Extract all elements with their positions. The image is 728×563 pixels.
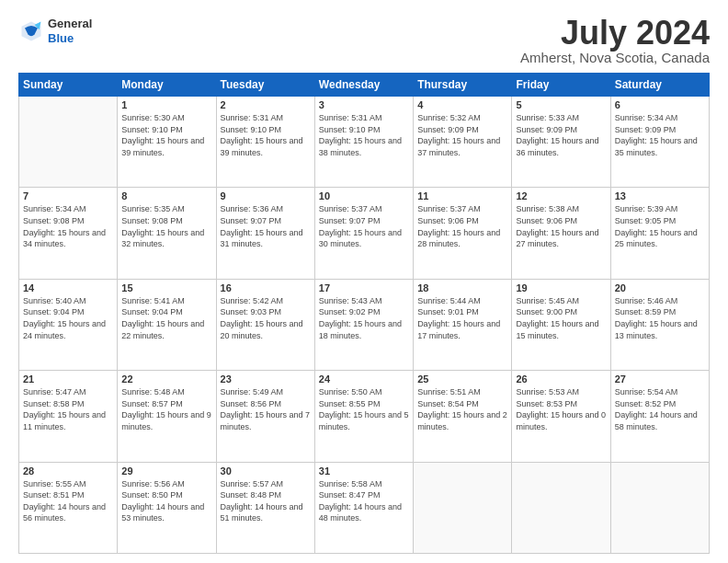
table-row: 22 Sunrise: 5:48 AM Sunset: 8:57 PM Dayl… xyxy=(118,371,216,462)
day-number: 19 xyxy=(516,282,606,293)
day-daylight: Daylight: 15 hours and 0 minutes. xyxy=(516,410,606,431)
day-daylight: Daylight: 15 hours and 34 minutes. xyxy=(23,228,106,249)
day-sunrise: Sunrise: 5:37 AM xyxy=(417,204,481,213)
day-number: 11 xyxy=(417,190,507,201)
day-sunset: Sunset: 9:10 PM xyxy=(121,125,183,134)
day-sunset: Sunset: 8:55 PM xyxy=(319,399,381,408)
day-sunrise: Sunrise: 5:35 AM xyxy=(121,204,185,213)
day-sunset: Sunset: 9:07 PM xyxy=(221,216,282,225)
day-sunset: Sunset: 9:01 PM xyxy=(417,307,479,316)
day-sunset: Sunset: 9:10 PM xyxy=(319,125,381,134)
table-row: 3 Sunrise: 5:31 AM Sunset: 9:10 PM Dayli… xyxy=(314,97,413,188)
day-sunset: Sunset: 9:03 PM xyxy=(221,307,282,316)
table-row: 20 Sunrise: 5:46 AM Sunset: 8:59 PM Dayl… xyxy=(610,279,709,370)
th-wednesday: Wednesday xyxy=(314,74,413,97)
table-row: 28 Sunrise: 5:55 AM Sunset: 8:51 PM Dayl… xyxy=(19,462,118,553)
day-sunrise: Sunrise: 5:50 AM xyxy=(319,387,382,396)
table-row: 14 Sunrise: 5:40 AM Sunset: 9:04 PM Dayl… xyxy=(19,279,118,370)
day-sunset: Sunset: 8:58 PM xyxy=(23,399,85,408)
weekday-header-row: Sunday Monday Tuesday Wednesday Thursday… xyxy=(19,74,710,97)
day-sunset: Sunset: 8:59 PM xyxy=(615,307,677,316)
table-row: 19 Sunrise: 5:45 AM Sunset: 9:00 PM Dayl… xyxy=(512,279,610,370)
logo-general-text: General xyxy=(48,17,92,31)
logo: General Blue xyxy=(18,17,92,45)
day-number: 14 xyxy=(23,282,113,293)
title-block: July 2024 Amherst, Nova Scotia, Canada xyxy=(520,17,710,65)
day-daylight: Daylight: 15 hours and 9 minutes. xyxy=(121,410,211,431)
day-sunrise: Sunrise: 5:47 AM xyxy=(23,387,86,396)
day-daylight: Daylight: 15 hours and 36 minutes. xyxy=(516,136,598,157)
day-sunset: Sunset: 9:08 PM xyxy=(121,216,183,225)
day-number: 26 xyxy=(516,373,606,385)
day-sunrise: Sunrise: 5:34 AM xyxy=(615,113,678,122)
day-number: 27 xyxy=(615,373,705,385)
day-sunrise: Sunrise: 5:34 AM xyxy=(23,204,86,213)
day-daylight: Daylight: 15 hours and 39 minutes. xyxy=(221,136,303,157)
table-row: 23 Sunrise: 5:49 AM Sunset: 8:56 PM Dayl… xyxy=(216,371,314,462)
day-sunrise: Sunrise: 5:43 AM xyxy=(319,296,382,305)
th-sunday: Sunday xyxy=(19,74,118,97)
day-daylight: Daylight: 15 hours and 17 minutes. xyxy=(417,319,500,340)
day-sunrise: Sunrise: 5:51 AM xyxy=(417,387,481,396)
table-row: 29 Sunrise: 5:56 AM Sunset: 8:50 PM Dayl… xyxy=(118,462,216,553)
calendar-week-row: 28 Sunrise: 5:55 AM Sunset: 8:51 PM Dayl… xyxy=(19,462,710,553)
day-number: 31 xyxy=(319,465,409,477)
table-row: 8 Sunrise: 5:35 AM Sunset: 9:08 PM Dayli… xyxy=(118,188,216,279)
day-sunrise: Sunrise: 5:49 AM xyxy=(221,387,284,396)
day-daylight: Daylight: 15 hours and 27 minutes. xyxy=(516,228,598,249)
day-daylight: Daylight: 15 hours and 20 minutes. xyxy=(221,319,303,340)
day-sunrise: Sunrise: 5:31 AM xyxy=(221,113,284,122)
table-row: 4 Sunrise: 5:32 AM Sunset: 9:09 PM Dayli… xyxy=(414,97,512,188)
th-tuesday: Tuesday xyxy=(216,74,314,97)
day-daylight: Daylight: 15 hours and 2 minutes. xyxy=(417,410,507,431)
day-sunrise: Sunrise: 5:38 AM xyxy=(516,204,579,213)
day-number: 6 xyxy=(615,99,705,110)
title-month: July 2024 xyxy=(520,17,710,50)
calendar-week-row: 1 Sunrise: 5:30 AM Sunset: 9:10 PM Dayli… xyxy=(19,97,710,188)
day-daylight: Daylight: 15 hours and 30 minutes. xyxy=(319,228,402,249)
table-row: 12 Sunrise: 5:38 AM Sunset: 9:06 PM Dayl… xyxy=(512,188,610,279)
table-row: 1 Sunrise: 5:30 AM Sunset: 9:10 PM Dayli… xyxy=(118,97,216,188)
day-sunrise: Sunrise: 5:40 AM xyxy=(23,296,86,305)
day-daylight: Daylight: 15 hours and 38 minutes. xyxy=(319,136,402,157)
calendar-body: 1 Sunrise: 5:30 AM Sunset: 9:10 PM Dayli… xyxy=(19,97,710,554)
table-row: 5 Sunrise: 5:33 AM Sunset: 9:09 PM Dayli… xyxy=(512,97,610,188)
day-sunset: Sunset: 8:52 PM xyxy=(615,399,677,408)
table-row: 7 Sunrise: 5:34 AM Sunset: 9:08 PM Dayli… xyxy=(19,188,118,279)
day-number: 8 xyxy=(121,190,211,201)
table-row: 10 Sunrise: 5:37 AM Sunset: 9:07 PM Dayl… xyxy=(314,188,413,279)
day-daylight: Daylight: 14 hours and 58 minutes. xyxy=(615,410,698,431)
day-sunset: Sunset: 9:04 PM xyxy=(23,307,85,316)
day-sunrise: Sunrise: 5:46 AM xyxy=(615,296,678,305)
table-row: 11 Sunrise: 5:37 AM Sunset: 9:06 PM Dayl… xyxy=(414,188,512,279)
day-daylight: Daylight: 15 hours and 39 minutes. xyxy=(121,136,204,157)
day-number: 17 xyxy=(319,282,409,293)
day-daylight: Daylight: 15 hours and 24 minutes. xyxy=(23,319,106,340)
day-daylight: Daylight: 14 hours and 53 minutes. xyxy=(121,502,204,523)
day-sunset: Sunset: 8:57 PM xyxy=(121,399,183,408)
day-daylight: Daylight: 14 hours and 51 minutes. xyxy=(221,502,303,523)
day-number: 3 xyxy=(319,99,409,110)
day-sunrise: Sunrise: 5:30 AM xyxy=(121,113,185,122)
day-number: 2 xyxy=(221,99,311,110)
table-row: 24 Sunrise: 5:50 AM Sunset: 8:55 PM Dayl… xyxy=(314,371,413,462)
table-row xyxy=(512,462,610,553)
day-number: 22 xyxy=(121,373,211,385)
day-number: 16 xyxy=(221,282,311,293)
table-row xyxy=(610,462,709,553)
day-daylight: Daylight: 15 hours and 28 minutes. xyxy=(417,228,500,249)
day-sunset: Sunset: 9:00 PM xyxy=(516,307,577,316)
day-sunrise: Sunrise: 5:33 AM xyxy=(516,113,579,122)
title-location: Amherst, Nova Scotia, Canada xyxy=(520,50,710,65)
day-sunset: Sunset: 9:09 PM xyxy=(615,125,677,134)
day-sunrise: Sunrise: 5:45 AM xyxy=(516,296,579,305)
day-sunset: Sunset: 9:09 PM xyxy=(516,125,577,134)
day-number: 25 xyxy=(417,373,507,385)
day-daylight: Daylight: 15 hours and 31 minutes. xyxy=(221,228,303,249)
day-daylight: Daylight: 15 hours and 18 minutes. xyxy=(319,319,402,340)
day-sunrise: Sunrise: 5:44 AM xyxy=(417,296,481,305)
day-number: 30 xyxy=(221,465,311,477)
table-row: 30 Sunrise: 5:57 AM Sunset: 8:48 PM Dayl… xyxy=(216,462,314,553)
day-number: 23 xyxy=(221,373,311,385)
day-sunset: Sunset: 8:48 PM xyxy=(221,490,282,500)
